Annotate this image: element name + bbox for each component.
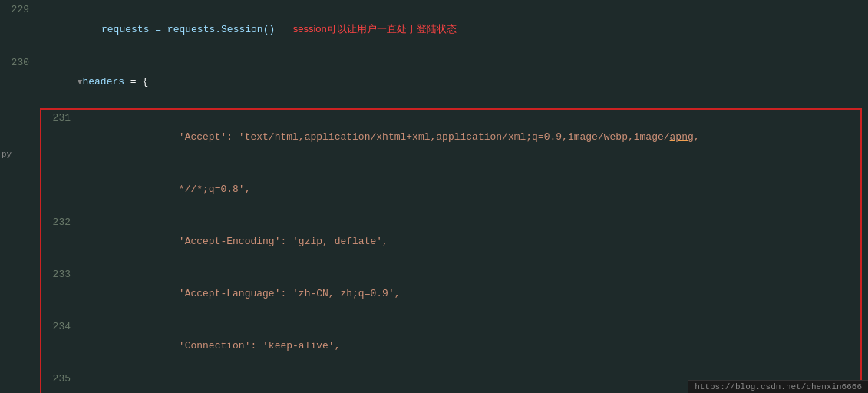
headers-block: 231 'Accept': 'text/html,application/xht… xyxy=(40,108,862,393)
line-num-233: 233 xyxy=(41,269,80,280)
statusbar-url: https://blog.csdn.net/chenxin6666 xyxy=(695,382,862,391)
line-content-231: 'Accept': 'text/html,application/xhtml+x… xyxy=(80,112,860,163)
statusbar: https://blog.csdn.net/chenxin6666 xyxy=(688,380,868,393)
line-num-230: 230 xyxy=(0,57,38,68)
line-229: 229 requests = requests.Session() sessio… xyxy=(0,3,868,56)
line-content-234: 'Connection': 'keep-alive', xyxy=(80,321,860,372)
line-num-232: 232 xyxy=(41,216,80,228)
line-content-233: 'Accept-Language': 'zh-CN, zh;q=0.9', xyxy=(80,269,860,319)
line-content-231-wrap: *//*;q=0.8', xyxy=(80,164,860,215)
line-num-231-wrap: 231 xyxy=(41,164,80,176)
line-num-229: 229 xyxy=(0,4,38,15)
line-234: 234 'Connection': 'keep-alive', xyxy=(41,320,860,372)
line-num-234: 234 xyxy=(41,321,80,332)
line-230: 230 ▼headers = { xyxy=(0,56,868,108)
line-231: 231 'Accept': 'text/html,application/xht… xyxy=(41,111,860,163)
line-content-232: 'Accept-Encoding': 'gzip, deflate', xyxy=(80,216,860,267)
line-233: 233 'Accept-Language': 'zh-CN, zh;q=0.9'… xyxy=(41,268,860,320)
line-num-231: 231 xyxy=(41,112,80,124)
line-231-wrap: 231 *//*;q=0.8', xyxy=(41,163,860,216)
line-content-230: ▼headers = { xyxy=(38,57,868,107)
line-content-229: requests = requests.Session() session可以让… xyxy=(38,4,868,55)
py-marker: py xyxy=(2,150,12,159)
line-num-235: 235 xyxy=(41,373,80,385)
code-editor: 229 requests = requests.Session() sessio… xyxy=(0,0,868,393)
line-232: 232 'Accept-Encoding': 'gzip, deflate', … xyxy=(41,216,860,268)
